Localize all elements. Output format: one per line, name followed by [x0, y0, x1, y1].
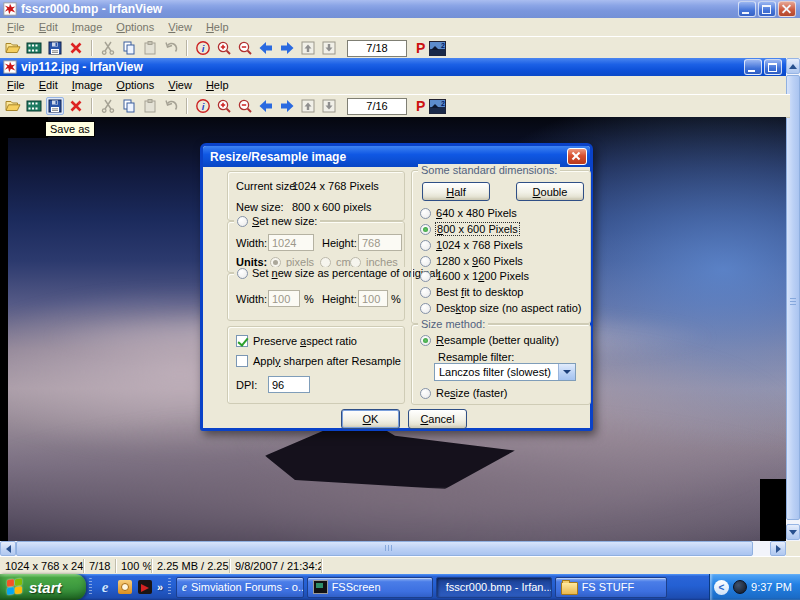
- dpi-field[interactable]: [268, 376, 310, 393]
- chevron-down-icon: [789, 530, 797, 535]
- tray-collapse-chevron-icon[interactable]: <: [714, 580, 729, 595]
- options-group: Preserve aspect ratio Apply sharpen afte…: [227, 326, 405, 404]
- delete-button[interactable]: [67, 97, 85, 115]
- menu-view[interactable]: View: [161, 77, 199, 93]
- start-button[interactable]: start: [0, 574, 86, 600]
- ok-button[interactable]: OK: [341, 409, 400, 429]
- taskbar: start e » e Simviation Forums - o... FSS…: [0, 574, 800, 600]
- zoom-out-icon: [237, 98, 253, 114]
- menu-file[interactable]: File: [0, 19, 32, 35]
- menu-file[interactable]: File: [0, 77, 32, 93]
- image-counter-field[interactable]: [347, 40, 407, 57]
- zoom-in-button[interactable]: [215, 39, 233, 57]
- taskbar-divider: [168, 578, 171, 596]
- status-file-size: 2.25 MB / 2.25 MB: [152, 559, 230, 573]
- menu-view[interactable]: View: [161, 19, 199, 35]
- previous-image-button[interactable]: [257, 39, 275, 57]
- menu-help[interactable]: Help: [199, 19, 236, 35]
- taskbar-button-fsscreen[interactable]: FSScreen: [307, 577, 433, 598]
- percentage-radio[interactable]: [237, 268, 248, 279]
- next-image-button[interactable]: [278, 39, 296, 57]
- resize-radio[interactable]: [420, 388, 431, 399]
- menu-help[interactable]: Help: [199, 77, 236, 93]
- arrow-right-icon: [279, 40, 295, 56]
- double-button[interactable]: Double: [516, 182, 584, 201]
- dialog-close-button[interactable]: [567, 148, 587, 165]
- radio-desktop-size[interactable]: [420, 303, 431, 314]
- image-counter-field[interactable]: [347, 98, 407, 115]
- minimize-button[interactable]: [744, 59, 762, 75]
- quick-launch-media-icon[interactable]: [137, 579, 153, 595]
- cut-button: [99, 39, 117, 57]
- delete-button[interactable]: [67, 39, 85, 57]
- scroll-right-button[interactable]: [770, 541, 786, 556]
- open-button[interactable]: [4, 39, 22, 57]
- status-bar: 1024 x 768 x 24 BPP 7/18 100 % 2.25 MB /…: [0, 556, 800, 575]
- close-button[interactable]: [778, 1, 796, 17]
- desktop: { "window1": { "title": "fsscr000.bmp - …: [0, 0, 800, 600]
- cancel-button[interactable]: Cancel: [408, 409, 467, 429]
- radio-1024x768[interactable]: [420, 240, 431, 251]
- menu-edit[interactable]: Edit: [32, 19, 65, 35]
- copy-button[interactable]: [120, 39, 138, 57]
- open-button[interactable]: [4, 97, 22, 115]
- window1-toolbar: i P 2: [0, 36, 800, 60]
- slideshow-button[interactable]: [25, 97, 43, 115]
- height-label: Height:: [322, 237, 357, 249]
- last-image-button[interactable]: [320, 39, 338, 57]
- last-image-button[interactable]: [320, 97, 338, 115]
- slideshow-button[interactable]: [25, 39, 43, 57]
- next-image-button[interactable]: [278, 97, 296, 115]
- previous-image-button[interactable]: [257, 97, 275, 115]
- tray-app-icon[interactable]: [733, 580, 747, 594]
- half-button[interactable]: Half: [422, 182, 490, 201]
- menu-edit[interactable]: Edit: [32, 77, 65, 93]
- scroll-down-button[interactable]: [786, 524, 800, 540]
- taskbar-button-fsscr000[interactable]: fsscr000.bmp - Irfan...: [436, 577, 552, 598]
- status-image-index: 7/18: [84, 559, 116, 573]
- radio-1600x1200[interactable]: [420, 271, 431, 282]
- minimize-button[interactable]: [738, 1, 756, 17]
- resample-filter-dropdown[interactable]: Lanczos filter (slowest): [434, 363, 576, 381]
- zoom-out-button[interactable]: [236, 39, 254, 57]
- zoom-in-button[interactable]: [215, 97, 233, 115]
- quick-launch-ie-icon[interactable]: e: [97, 579, 113, 595]
- scroll-up-button[interactable]: [786, 58, 800, 74]
- quick-launch-app-icon[interactable]: [117, 579, 133, 595]
- vertical-scrollbar-thumb[interactable]: [786, 75, 800, 520]
- restore-button[interactable]: [758, 1, 776, 17]
- save-button[interactable]: [46, 97, 64, 115]
- radio-640x480[interactable]: [420, 208, 431, 219]
- radio-best-fit-label: Best fit to desktop: [436, 286, 523, 298]
- menu-image[interactable]: Image: [65, 19, 110, 35]
- fsscreen-icon: [313, 580, 328, 594]
- photo-black-edge-bottom-right: [760, 479, 786, 541]
- menu-options[interactable]: Options: [109, 19, 161, 35]
- menu-options[interactable]: Options: [109, 77, 161, 93]
- resample-radio[interactable]: [420, 335, 431, 346]
- first-image-button[interactable]: [299, 97, 317, 115]
- preview-button[interactable]: 2: [428, 39, 446, 57]
- horizontal-scrollbar-thumb[interactable]: [16, 541, 753, 556]
- chevron-up-icon: [789, 64, 797, 69]
- zoom-out-button[interactable]: [236, 97, 254, 115]
- set-new-size-radio[interactable]: [237, 216, 248, 227]
- taskbar-button-simviation[interactable]: e Simviation Forums - o...: [176, 577, 304, 598]
- info-button[interactable]: i: [194, 39, 212, 57]
- radio-800x600[interactable]: [420, 224, 431, 235]
- radio-1280x960[interactable]: [420, 256, 431, 267]
- size-method-legend: Size method:: [418, 318, 488, 330]
- save-button[interactable]: [46, 39, 64, 57]
- radio-best-fit[interactable]: [420, 287, 431, 298]
- scroll-left-button[interactable]: [0, 541, 16, 556]
- copy-button[interactable]: [120, 97, 138, 115]
- menu-image[interactable]: Image: [65, 77, 110, 93]
- info-button[interactable]: i: [194, 97, 212, 115]
- quick-launch-more-chevron[interactable]: »: [157, 581, 163, 593]
- first-image-button[interactable]: [299, 39, 317, 57]
- preview-button[interactable]: 2: [428, 97, 446, 115]
- restore-button[interactable]: [764, 59, 782, 75]
- preserve-aspect-checkbox[interactable]: [236, 335, 248, 347]
- apply-sharpen-checkbox[interactable]: [236, 355, 248, 367]
- taskbar-button-fs-stuff[interactable]: FS STUFF: [555, 577, 667, 598]
